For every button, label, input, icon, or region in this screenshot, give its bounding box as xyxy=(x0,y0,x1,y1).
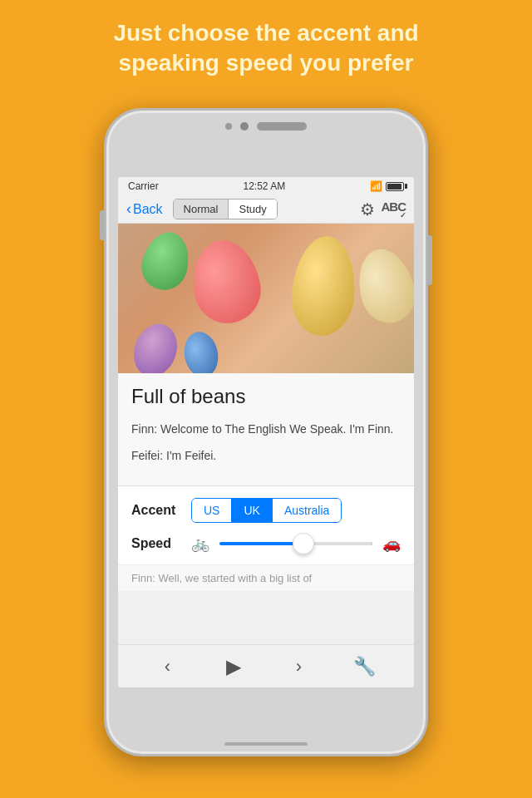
speed-slider[interactable] xyxy=(219,542,372,545)
accent-australia[interactable]: Australia xyxy=(273,499,341,522)
next-button[interactable]: › xyxy=(281,648,318,685)
phone-mic-dot xyxy=(225,123,232,130)
bean-pink xyxy=(186,235,266,328)
speed-label: Speed xyxy=(131,536,181,551)
accent-buttons: US UK Australia xyxy=(191,498,342,523)
next-icon: › xyxy=(296,656,302,677)
phone-camera xyxy=(240,122,249,131)
bottom-nav: ‹ ▶ › 🔧 xyxy=(118,644,414,687)
phone-top-elements xyxy=(225,122,307,131)
nav-bar: ‹ Back Normal Study ⚙ ABC✓ xyxy=(118,195,414,224)
speed-slow-icon: 🚲 xyxy=(191,534,209,553)
status-right: 📶 xyxy=(370,180,404,192)
status-time: 12:52 AM xyxy=(243,180,285,192)
bean-blue xyxy=(181,329,222,373)
play-icon: ▶ xyxy=(226,655,241,678)
accent-us[interactable]: US xyxy=(192,499,232,522)
back-chevron-icon: ‹ xyxy=(126,200,131,218)
play-button[interactable]: ▶ xyxy=(215,648,252,685)
bean-yellow xyxy=(288,234,359,338)
article-paragraph2: Feifei: I'm Feifei. xyxy=(131,446,401,465)
accent-label: Accent xyxy=(131,503,181,518)
segment-study[interactable]: Study xyxy=(229,200,276,219)
wifi-icon: 📶 xyxy=(370,180,382,192)
nav-icons: ⚙ ABC✓ xyxy=(360,200,406,219)
phone-speaker xyxy=(257,122,307,131)
bean-green xyxy=(136,227,195,295)
back-label: Back xyxy=(133,202,163,217)
article-title: Full of beans xyxy=(131,385,401,408)
segment-normal[interactable]: Normal xyxy=(174,200,229,219)
battery-fill xyxy=(387,184,401,190)
accent-row: Accent US UK Australia xyxy=(131,498,401,523)
prev-button[interactable]: ‹ xyxy=(150,648,186,685)
segment-control: Normal Study xyxy=(173,199,278,219)
settings-icon[interactable]: ⚙ xyxy=(360,200,375,219)
back-button[interactable]: ‹ Back xyxy=(126,200,163,218)
faded-article-text: Finn: Well, we started with a big list o… xyxy=(118,564,414,591)
wrench-icon: 🔧 xyxy=(353,656,376,677)
battery-icon xyxy=(386,182,404,191)
promo-line1: Just choose the accent and xyxy=(113,20,418,46)
speed-fast-icon: 🚗 xyxy=(382,534,401,553)
settings-panel: Accent US UK Australia Speed 🚲 🚗 xyxy=(118,485,414,564)
article-content: Full of beans Finn: Welcome to The Engli… xyxy=(118,373,414,485)
bean-purple xyxy=(126,318,184,373)
phone-screen: Carrier 12:52 AM 📶 ‹ Back Normal Study xyxy=(118,177,414,687)
wrench-button[interactable]: 🔧 xyxy=(347,648,383,685)
article-paragraph1: Finn: Welcome to The English We Speak. I… xyxy=(131,420,401,438)
bean-cream xyxy=(350,243,414,329)
promo-line2: speaking speed you prefer xyxy=(119,50,414,76)
abc-icon[interactable]: ABC✓ xyxy=(382,200,406,219)
speed-row: Speed 🚲 🚗 xyxy=(131,534,401,553)
status-bar: Carrier 12:52 AM 📶 xyxy=(118,177,414,195)
carrier-label: Carrier xyxy=(128,180,159,192)
home-indicator xyxy=(224,742,308,746)
promo-header: Just choose the accent and speaking spee… xyxy=(0,0,532,91)
phone-shell: Carrier 12:52 AM 📶 ‹ Back Normal Study xyxy=(104,108,428,756)
article-image xyxy=(118,224,414,373)
accent-uk[interactable]: UK xyxy=(232,499,272,522)
prev-icon: ‹ xyxy=(165,656,170,677)
speed-slider-thumb[interactable] xyxy=(293,533,314,554)
